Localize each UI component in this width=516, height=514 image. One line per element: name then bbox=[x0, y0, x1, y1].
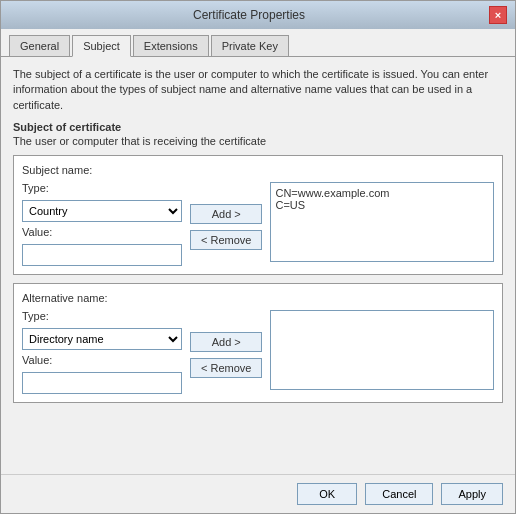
subject-remove-button[interactable]: < Remove bbox=[190, 230, 262, 250]
close-button[interactable]: × bbox=[489, 6, 507, 24]
alternative-name-group: Alternative name: Type: Directory name D… bbox=[13, 283, 503, 403]
subject-left-panel: Type: Country Common Name Organization O… bbox=[22, 182, 182, 266]
title-bar: Certificate Properties × bbox=[1, 1, 515, 29]
alt-type-select[interactable]: Directory name DNS Email IP Address URI bbox=[22, 328, 182, 350]
alt-value-input[interactable] bbox=[22, 372, 182, 394]
alt-type-label: Type: bbox=[22, 310, 182, 322]
tab-general[interactable]: General bbox=[9, 35, 70, 56]
tab-private-key[interactable]: Private Key bbox=[211, 35, 289, 56]
section-title: Subject of certificate bbox=[13, 121, 503, 133]
window-title: Certificate Properties bbox=[9, 8, 489, 22]
subject-value-label: Value: bbox=[22, 226, 182, 238]
tab-subject[interactable]: Subject bbox=[72, 35, 131, 57]
description-text: The subject of a certificate is the user… bbox=[13, 67, 503, 113]
section-sub: The user or computer that is receiving t… bbox=[13, 135, 503, 147]
subject-name-label: Subject name: bbox=[22, 164, 494, 176]
alt-add-button[interactable]: Add > bbox=[190, 332, 262, 352]
subject-name-group: Subject name: Type: Country Common Name … bbox=[13, 155, 503, 275]
subject-value-input[interactable] bbox=[22, 244, 182, 266]
alt-left-panel: Type: Directory name DNS Email IP Addres… bbox=[22, 310, 182, 394]
ok-button[interactable]: OK bbox=[297, 483, 357, 505]
footer: OK Cancel Apply bbox=[1, 474, 515, 513]
tab-content: The subject of a certificate is the user… bbox=[1, 57, 515, 474]
subject-result-panel: CN=www.example.comC=US bbox=[270, 182, 494, 262]
subject-name-row: Type: Country Common Name Organization O… bbox=[22, 182, 494, 266]
alt-result-panel bbox=[270, 310, 494, 390]
tab-extensions[interactable]: Extensions bbox=[133, 35, 209, 56]
subject-type-select[interactable]: Country Common Name Organization Organiz… bbox=[22, 200, 182, 222]
certificate-properties-window: Certificate Properties × General Subject… bbox=[0, 0, 516, 514]
alternative-name-label: Alternative name: bbox=[22, 292, 494, 304]
apply-button[interactable]: Apply bbox=[441, 483, 503, 505]
subject-type-label: Type: bbox=[22, 182, 182, 194]
alt-value-label: Value: bbox=[22, 354, 182, 366]
alternative-name-row: Type: Directory name DNS Email IP Addres… bbox=[22, 310, 494, 394]
tab-bar: General Subject Extensions Private Key bbox=[1, 29, 515, 57]
alt-mid-panel: Add > < Remove bbox=[190, 310, 262, 378]
cancel-button[interactable]: Cancel bbox=[365, 483, 433, 505]
subject-mid-panel: Add > < Remove bbox=[190, 182, 262, 250]
subject-add-button[interactable]: Add > bbox=[190, 204, 262, 224]
alt-remove-button[interactable]: < Remove bbox=[190, 358, 262, 378]
